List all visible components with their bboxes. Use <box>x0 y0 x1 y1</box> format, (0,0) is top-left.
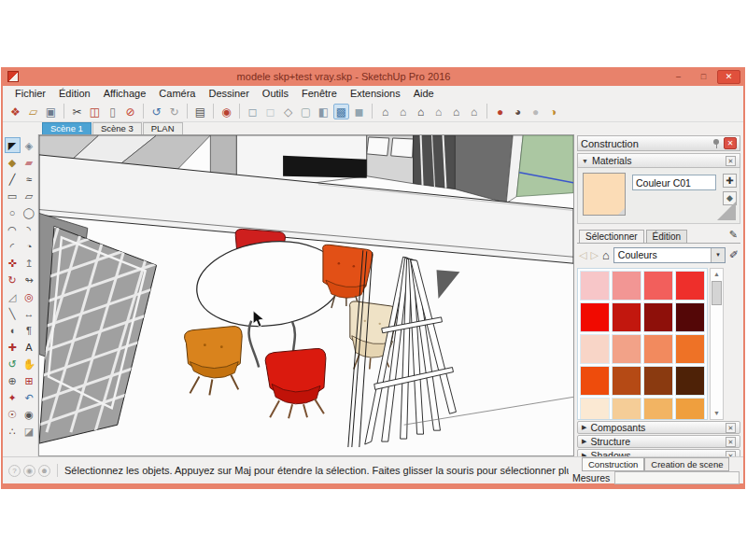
forward-arrow-icon[interactable]: ▷ <box>590 249 598 261</box>
offset-tool[interactable]: ◎ <box>21 288 37 304</box>
right-view-icon[interactable]: ⌂ <box>430 104 446 119</box>
rotate-tool[interactable]: ↻ <box>5 272 21 287</box>
section-close-button[interactable]: ✕ <box>726 437 736 447</box>
scene-tab-scene-3[interactable]: Scène 3 <box>92 122 142 134</box>
section-plane-tool[interactable]: ◪ <box>21 423 37 439</box>
front-view-icon[interactable]: ⌂ <box>413 104 429 119</box>
materials-header[interactable]: ▼ Materials ✕ <box>577 153 740 168</box>
zoom-window-tool[interactable]: ⊞ <box>21 372 37 388</box>
section-close-button[interactable]: ✕ <box>726 423 736 433</box>
color-swatch-7[interactable] <box>643 302 673 332</box>
text-tool[interactable]: ¶ <box>21 322 37 338</box>
three-point-arc-tool[interactable]: ◜ <box>5 238 21 254</box>
color-swatch-17[interactable] <box>580 398 610 420</box>
close-button[interactable]: ✕ <box>717 70 740 84</box>
tape-measure-tool[interactable]: ╲ <box>5 305 21 321</box>
dimension-tool[interactable]: ↔ <box>21 305 37 321</box>
vray-light-icon[interactable]: ◑ <box>545 104 561 119</box>
color-swatch-1[interactable] <box>580 271 610 301</box>
eraser-tool[interactable]: ▰ <box>21 154 37 170</box>
top-view-icon[interactable]: ⌂ <box>395 104 411 119</box>
menu-fenetre[interactable]: Fenêtre <box>295 88 344 99</box>
push-pull-tool[interactable]: ↥ <box>21 255 37 271</box>
rotated-rectangle-tool[interactable]: ▱ <box>21 188 37 203</box>
walk-tool[interactable]: ∴ <box>5 423 21 439</box>
color-swatch-20[interactable] <box>675 398 705 420</box>
section-structure[interactable]: ▶Structure✕ <box>577 435 740 448</box>
tray-tab-construction[interactable]: Construction <box>582 457 644 471</box>
color-swatch-3[interactable] <box>643 271 673 301</box>
erase-icon[interactable]: ⊘ <box>122 104 138 119</box>
three-d-text-tool[interactable]: A <box>21 339 37 355</box>
vray-options-icon[interactable]: ● <box>528 104 543 119</box>
new-icon[interactable]: ❖ <box>7 104 23 119</box>
color-swatch-2[interactable] <box>612 271 641 301</box>
color-swatch-14[interactable] <box>612 366 641 396</box>
menu-dessiner[interactable]: Dessiner <box>202 88 255 99</box>
eyedropper-icon[interactable]: ✎ <box>729 229 738 241</box>
look-around-tool[interactable]: ◉ <box>21 406 37 422</box>
menu-affichage[interactable]: Affichage <box>97 88 153 99</box>
color-swatch-11[interactable] <box>643 334 673 364</box>
color-swatch-19[interactable] <box>643 398 673 420</box>
material-name-input[interactable] <box>632 175 716 190</box>
maximize-button[interactable]: □ <box>692 70 715 84</box>
menu-camera[interactable]: Caméra <box>152 88 202 99</box>
polygon-tool[interactable]: ◯ <box>21 204 37 220</box>
shaded-textures-icon[interactable]: ▩ <box>333 104 349 119</box>
color-swatch-8[interactable] <box>675 302 705 332</box>
freehand-tool[interactable]: ≈ <box>21 171 37 187</box>
previous-tool[interactable]: ↶ <box>21 389 37 405</box>
menu-aide[interactable]: Aide <box>407 88 441 99</box>
two-point-arc-tool[interactable]: ◝ <box>21 221 37 237</box>
position-camera-tool[interactable]: ☉ <box>5 406 21 422</box>
shaded-icon[interactable]: ◧ <box>316 104 331 119</box>
axes-tool[interactable]: ✚ <box>5 339 21 355</box>
pan-tool[interactable]: ✋ <box>21 356 37 371</box>
color-swatch-6[interactable] <box>612 302 641 332</box>
scroll-down-icon[interactable]: ▼ <box>713 408 720 419</box>
help-icon[interactable]: ? <box>8 465 21 477</box>
pin-icon[interactable] <box>712 138 721 149</box>
zoom-tool[interactable]: ⊕ <box>5 372 21 388</box>
hidden-line-icon[interactable]: ▢ <box>298 104 314 119</box>
left-view-icon[interactable]: ⌂ <box>466 104 482 119</box>
tab-edition[interactable]: Édition <box>646 230 688 243</box>
scale-tool[interactable]: ◿ <box>5 288 21 304</box>
menu-edition[interactable]: Édition <box>52 88 97 99</box>
materials-close-button[interactable]: ✕ <box>726 156 736 166</box>
model-info-icon[interactable]: ◉ <box>218 104 234 119</box>
credits-icon[interactable]: ☻ <box>38 465 50 477</box>
print-icon[interactable]: ▤ <box>192 104 208 119</box>
menu-extensions[interactable]: Extensions <box>344 88 407 99</box>
open-icon[interactable]: ▱ <box>25 104 41 119</box>
paste-icon[interactable]: ▯ <box>105 104 120 119</box>
menu-fichier[interactable]: Fichier <box>8 88 52 99</box>
save-icon[interactable]: ▣ <box>43 104 59 119</box>
redo-icon[interactable]: ↻ <box>166 104 182 119</box>
back-arrow-icon[interactable]: ◁ <box>579 249 586 261</box>
zoom-extents-tool[interactable]: ✦ <box>5 389 21 405</box>
create-material-button[interactable]: ✚ <box>723 174 737 188</box>
select-tool[interactable]: ◤ <box>5 137 21 153</box>
swatch-scrollbar[interactable]: ▲ ▼ <box>710 268 724 420</box>
menu-outils[interactable]: Outils <box>256 88 295 99</box>
tray-tab-creation-de-scene[interactable]: Creation de scene <box>644 457 729 471</box>
collection-dropdown[interactable]: Couleurs ▾ <box>613 247 726 263</box>
minimize-button[interactable]: – <box>667 70 690 84</box>
circle-tool[interactable]: ○ <box>5 204 21 220</box>
arc-tool[interactable]: ◠ <box>5 221 21 237</box>
move-tool[interactable]: ✜ <box>5 255 21 271</box>
material-preview[interactable] <box>583 173 626 216</box>
scene-tab-plan[interactable]: PLAN <box>143 122 183 134</box>
geolocation-icon[interactable]: ◉ <box>23 465 35 477</box>
color-swatch-10[interactable] <box>612 334 641 364</box>
copy-icon[interactable]: ◫ <box>87 104 103 119</box>
viewport-3d[interactable] <box>38 134 574 456</box>
color-swatch-4[interactable] <box>675 271 705 301</box>
make-component-tool[interactable]: ◈ <box>21 137 37 153</box>
tray-close-button[interactable]: ✕ <box>724 137 737 149</box>
orbit-tool[interactable]: ↺ <box>5 356 21 371</box>
dropdown-arrow-icon[interactable]: ▾ <box>711 248 725 262</box>
measurements-input[interactable] <box>614 471 740 484</box>
